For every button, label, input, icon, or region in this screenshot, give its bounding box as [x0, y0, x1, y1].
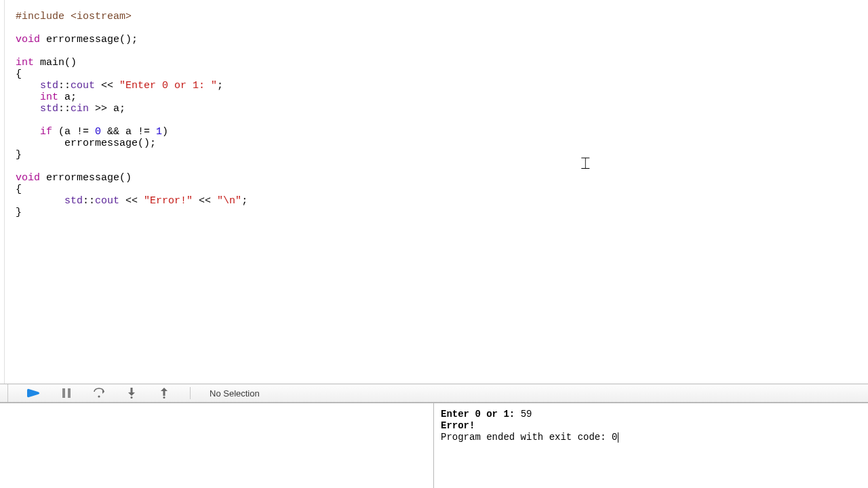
selection-indicator[interactable]: No Selection	[210, 388, 260, 399]
debug-bottom-area: Enter 0 or 1: 59 Error! Program ended wi…	[0, 403, 868, 488]
console-output: Enter 0 or 1: 59 Error! Program ended wi…	[441, 409, 618, 443]
console-line-2: Error!	[441, 420, 475, 431]
console-caret	[618, 432, 618, 443]
code-editor[interactable]: #include <iostream> void errormessage();…	[4, 0, 868, 384]
toolbar-left-edge	[0, 384, 8, 402]
console-pane[interactable]: Enter 0 or 1: 59 Error! Program ended wi…	[434, 403, 868, 488]
svg-rect-0	[62, 388, 65, 398]
step-icon[interactable]	[92, 386, 106, 400]
console-input-1: 59	[521, 409, 532, 420]
step-out-icon[interactable]	[157, 386, 171, 400]
svg-point-2	[98, 395, 100, 397]
svg-rect-1	[68, 388, 71, 398]
debug-toolbar: No Selection	[0, 384, 868, 403]
step-into-icon[interactable]	[125, 386, 138, 400]
svg-rect-3	[131, 388, 133, 393]
svg-point-4	[131, 396, 133, 399]
pause-icon[interactable]	[60, 386, 73, 400]
variables-pane[interactable]	[0, 403, 434, 488]
code-content[interactable]: #include <iostream> void errormessage();…	[16, 11, 248, 218]
console-prompt-1: Enter 0 or 1:	[441, 409, 521, 420]
svg-rect-5	[163, 390, 165, 396]
console-line-3: Program ended with exit code: 0	[441, 432, 617, 443]
text-cursor-icon: ⌶	[581, 155, 590, 171]
svg-point-6	[163, 396, 165, 399]
toolbar-separator	[190, 387, 191, 399]
run-icon[interactable]	[27, 386, 41, 400]
